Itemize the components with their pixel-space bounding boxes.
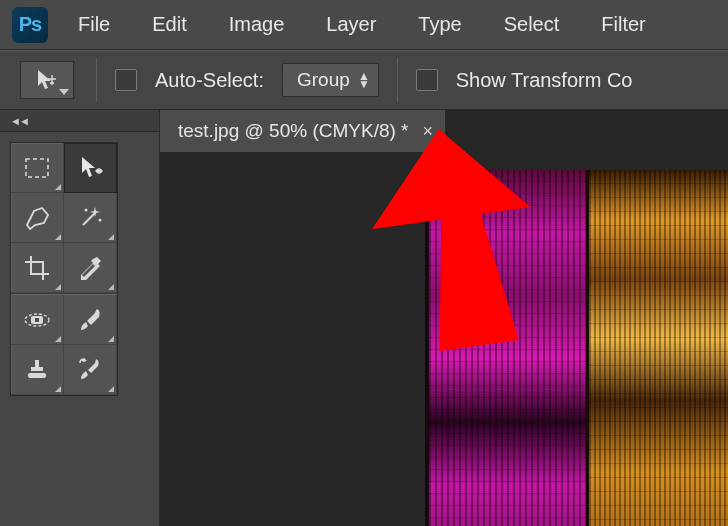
magic-wand-tool[interactable]: [64, 193, 117, 243]
options-bar: Auto-Select: Group ▲▼ Show Transform Co: [0, 50, 728, 110]
flyout-indicator-icon: [55, 386, 61, 392]
magic-wand-icon: [76, 204, 104, 232]
document-canvas[interactable]: [425, 170, 728, 526]
history-brush-tool[interactable]: [64, 345, 117, 395]
menu-edit[interactable]: Edit: [152, 13, 186, 36]
document-tab[interactable]: test.jpg @ 50% (CMYK/8) * ×: [160, 110, 446, 152]
show-transform-checkbox[interactable]: [416, 69, 438, 91]
flyout-indicator-icon: [108, 284, 114, 290]
brush-tool[interactable]: [64, 295, 117, 345]
move-tool[interactable]: [64, 143, 117, 193]
canvas-image-right: [586, 170, 729, 526]
eyedropper-icon: [77, 255, 103, 281]
healing-brush-icon: [22, 308, 52, 332]
lasso-icon: [22, 205, 52, 231]
svg-rect-5: [35, 318, 39, 322]
app-logo: Ps: [12, 7, 48, 43]
history-brush-icon: [76, 357, 104, 383]
menu-select[interactable]: Select: [504, 13, 560, 36]
eyedropper-tool[interactable]: [64, 243, 117, 293]
menu-bar: Ps File Edit Image Layer Type Select Fil…: [0, 0, 728, 50]
canvas-image-left: [425, 170, 586, 526]
move-icon: [78, 155, 104, 181]
dropdown-value: Group: [297, 69, 350, 91]
flyout-indicator-icon: [55, 284, 61, 290]
stamp-icon: [23, 357, 51, 383]
marquee-icon: [23, 156, 51, 180]
marquee-tool[interactable]: [11, 143, 64, 193]
svg-rect-0: [26, 159, 48, 177]
menu-items: File Edit Image Layer Type Select Filter: [78, 13, 646, 36]
tool-preset-picker[interactable]: [20, 61, 74, 99]
menu-layer[interactable]: Layer: [326, 13, 376, 36]
crop-icon: [23, 254, 51, 282]
brush-icon: [77, 307, 103, 333]
menu-file[interactable]: File: [78, 13, 110, 36]
dropdown-indicator-icon: [59, 89, 69, 95]
document-area: test.jpg @ 50% (CMYK/8) * ×: [160, 110, 728, 526]
flyout-indicator-icon: [108, 386, 114, 392]
close-icon[interactable]: ×: [422, 121, 433, 142]
healing-brush-tool[interactable]: [11, 295, 64, 345]
divider: [96, 58, 97, 102]
auto-select-checkbox[interactable]: [115, 69, 137, 91]
crop-tool[interactable]: [11, 243, 64, 293]
menu-type[interactable]: Type: [418, 13, 461, 36]
flyout-indicator-icon: [108, 234, 114, 240]
flyout-indicator-icon: [108, 336, 114, 342]
clone-stamp-tool[interactable]: [11, 345, 64, 395]
auto-select-label: Auto-Select:: [155, 69, 264, 92]
toolbox: [10, 142, 118, 396]
lasso-tool[interactable]: [11, 193, 64, 243]
panel-collapse-tab[interactable]: ◄◄: [0, 110, 159, 132]
show-transform-label: Show Transform Co: [456, 69, 633, 92]
flyout-indicator-icon: [55, 234, 61, 240]
collapse-arrows-icon: ◄◄: [10, 115, 28, 127]
flyout-indicator-icon: [55, 184, 61, 190]
menu-image[interactable]: Image: [229, 13, 285, 36]
flyout-indicator-icon: [55, 336, 61, 342]
svg-point-1: [85, 208, 88, 211]
document-tab-title: test.jpg @ 50% (CMYK/8) *: [178, 120, 408, 142]
svg-point-2: [99, 218, 102, 221]
caret-icon: ▲▼: [358, 72, 370, 88]
document-tab-bar: test.jpg @ 50% (CMYK/8) * ×: [160, 110, 728, 152]
svg-rect-6: [28, 373, 46, 378]
auto-select-type-dropdown[interactable]: Group ▲▼: [282, 63, 379, 97]
divider: [397, 58, 398, 102]
menu-filter[interactable]: Filter: [601, 13, 645, 36]
move-tool-icon: [35, 68, 59, 92]
